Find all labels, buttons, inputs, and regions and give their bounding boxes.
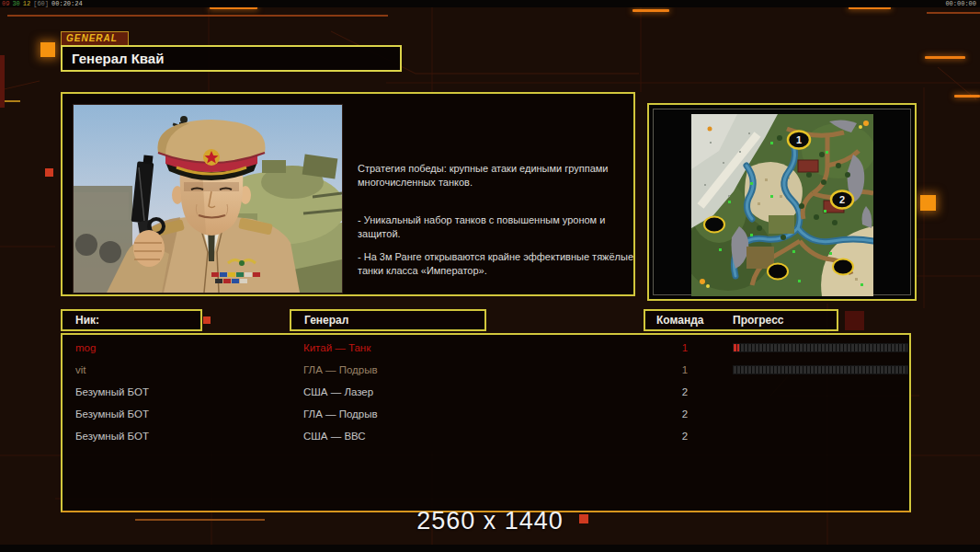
bottom-bar (0, 545, 980, 552)
minimap-art: 1 2 (691, 114, 873, 296)
debug-value: 00:20:24 (51, 0, 83, 7)
svg-text:2: 2 (838, 194, 844, 205)
debug-value: 30 (12, 0, 19, 7)
general-tab[interactable]: GENERAL (61, 31, 129, 45)
debug-value: 12 (23, 0, 30, 7)
player-row: Безумный БОТ ГЛА — Подрыв 2 (63, 403, 909, 425)
circuit-node (203, 316, 211, 324)
column-header-progress: Прогресс (733, 311, 783, 329)
player-general: ГЛА — Подрыв (303, 359, 378, 381)
player-team: 2 (667, 381, 703, 403)
circuit-node (45, 168, 53, 177)
player-team: 1 (667, 359, 703, 381)
progress-fill (734, 344, 739, 351)
circuit-node (920, 195, 936, 211)
player-nick: Безумный БОТ (75, 425, 149, 447)
map-marker-1: 1 (788, 132, 810, 149)
general-title: Генерал Квай (61, 45, 402, 72)
circuit-node (845, 311, 864, 330)
minimap-frame: 1 2 (653, 109, 911, 295)
resolution-overlay: 2560 x 1440 (0, 507, 980, 535)
player-team: 2 (667, 403, 703, 425)
debug-counter: 093012[60]00:20:24 (2, 0, 85, 7)
player-nick: Безумный БОТ (75, 403, 149, 425)
column-header-nick: Ник: (61, 309, 202, 331)
commander-portrait (73, 104, 343, 293)
player-nick: Безумный БОТ (75, 381, 149, 403)
player-progress-bar (733, 343, 908, 352)
column-header-team-progress: Команда Прогресс (644, 309, 838, 331)
player-progress-bar (733, 365, 908, 374)
strategy-line: Стратегия победы: крупные атаки едиными … (358, 162, 650, 190)
map-marker-2: 2 (831, 191, 853, 209)
player-row: Безумный БОТ США — ВВС 2 (63, 425, 909, 447)
minimap-panel: 1 2 (647, 103, 917, 301)
top-status-bar: 093012[60]00:20:24 00:00:00 (0, 0, 980, 7)
circuit-strip (0, 55, 5, 108)
match-clock: 00:00:00 (945, 0, 976, 7)
player-team: 2 (667, 425, 703, 447)
player-team: 1 (667, 337, 703, 359)
player-row: vit ГЛА — Подрыв 1 (63, 359, 909, 381)
players-table: mog Китай — Танк 1 vit ГЛА — Подрыв 1 Бе… (61, 333, 911, 512)
strategy-line: - Уникальный набор танков с повышенным у… (358, 213, 650, 241)
player-general: ГЛА — Подрыв (303, 403, 378, 425)
debug-value: 09 (2, 0, 9, 7)
player-nick: vit (75, 359, 86, 381)
circuit-dash (632, 9, 669, 12)
player-general: США — ВВС (303, 425, 366, 447)
circuit-node (40, 42, 55, 57)
portrait-art (74, 105, 342, 293)
circuit-dash (954, 95, 980, 98)
circuit-dash (925, 56, 965, 59)
player-general: Китай — Танк (303, 337, 370, 359)
player-general: США — Лазер (303, 381, 373, 403)
loading-screen: 093012[60]00:20:24 00:00:00 GENERAL Гене… (0, 0, 980, 552)
strategy-line: - На 3м Ранге открываются крайне эффекти… (358, 250, 650, 278)
commander-panel: Стратегия победы: крупные атаки едиными … (61, 92, 635, 296)
strategy-text: Стратегия победы: крупные атаки едиными … (358, 162, 650, 278)
player-nick: mog (75, 337, 96, 359)
svg-text:1: 1 (795, 134, 801, 145)
column-header-general: Генерал (290, 309, 486, 331)
minimap: 1 2 (691, 114, 873, 296)
player-row: mog Китай — Танк 1 (63, 337, 909, 359)
player-row: Безумный БОТ США — Лазер 2 (63, 381, 909, 403)
debug-value: [60] (33, 0, 49, 7)
column-header-team: Команда (656, 311, 703, 329)
